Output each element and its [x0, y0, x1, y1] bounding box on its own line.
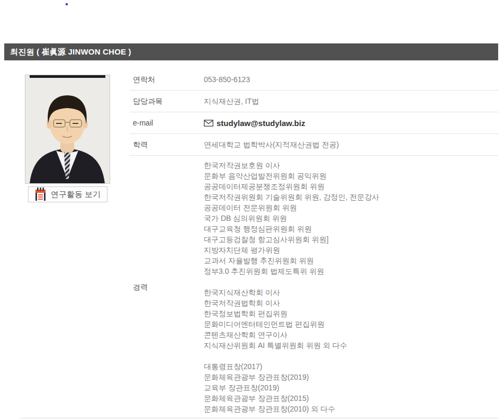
career-line: 문화체육관광부 장관표창(2010) 외 다수: [204, 404, 379, 414]
profile-title-bar: 최진원 ( 崔眞源 JINWON CHOE ): [4, 43, 498, 60]
profile-info-table: 연락처 053-850-6123 담당과목 지식재산권, IT법 e-mail …: [130, 69, 498, 418]
contact-value: 053-850-6123: [204, 75, 250, 84]
career-line: 지식재산위원회 AI 특별위원회 위원 외 다수: [204, 340, 379, 351]
career-block-gap: [204, 351, 379, 361]
portrait-photo-drawing: [25, 75, 110, 183]
email-value: studylaw@studylaw.biz: [217, 119, 305, 128]
career-label: 경력: [130, 283, 204, 292]
row-email: e-mail studylaw@studylaw.biz: [130, 112, 498, 134]
education-value: 연세대학교 법학박사(지적재산권법 전공): [204, 140, 339, 149]
career-line: 국가 DB 심의위원회 위원: [204, 213, 379, 224]
career-line: 한국저작권법학회 이사: [204, 298, 379, 308]
career-line: 교과서 자율발행 추진위원회 위원: [204, 255, 379, 266]
career-list: 한국저작권보호원 이사문화부 음악산업발전위원회 공익위원공공데이터제공분쟁조정…: [204, 160, 379, 414]
education-label: 학력: [130, 140, 204, 149]
envelope-icon: [204, 120, 213, 127]
research-activity-button[interactable]: 연구활동 보기: [28, 186, 107, 202]
career-line: 대구교육청 행정심판위원회 위원: [204, 224, 379, 234]
career-line: 정부3.0 추진위원회 법제도특위 위원: [204, 266, 379, 276]
email-label: e-mail: [130, 119, 204, 128]
row-subjects: 담당과목 지식재산권, IT법: [130, 91, 498, 112]
notepad-icon: [35, 187, 46, 201]
career-line: 문화체육관광부 장관표창(2019): [204, 372, 379, 382]
career-line: 공공데이터제공분쟁조정위원회 위원: [204, 181, 379, 192]
subjects-label: 담당과목: [130, 97, 204, 106]
career-block-gap: [204, 276, 379, 287]
career-line: 대구고등검찰청 항고심사위원회 위원]: [204, 234, 379, 245]
career-line: 한국저작권보호원 이사: [204, 160, 379, 171]
research-activity-button-label: 연구활동 보기: [51, 190, 101, 200]
career-line: 지방자치단체 평가위원: [204, 245, 379, 255]
career-line: 한국지식재산학회 이사: [204, 287, 379, 298]
career-line: 문화체육관광부 장관표창(2015): [204, 393, 379, 404]
subjects-value: 지식재산권, IT법: [204, 97, 259, 106]
row-contact: 연락처 053-850-6123: [130, 69, 498, 91]
career-line: 교육부 장관표창(2019): [204, 382, 379, 393]
broken-image-dot: [66, 3, 68, 5]
email-link[interactable]: studylaw@studylaw.biz: [204, 119, 305, 128]
career-line: 대통령표창(2017): [204, 361, 379, 372]
career-line: 콘텐츠재산학회 연구이사: [204, 329, 379, 340]
row-career: 경력 한국저작권보호원 이사문화부 음악산업발전위원회 공익위원공공데이터제공분…: [130, 156, 498, 418]
career-line: 문화부 음악산업발전위원회 공익위원: [204, 171, 379, 181]
portrait-photo: [25, 75, 110, 184]
career-line: 공공데이터 전문위원회 위원: [204, 202, 379, 213]
page-title: 최진원 ( 崔眞源 JINWON CHOE ): [4, 47, 131, 57]
career-line: 한국정보법학회 편집위원: [204, 308, 379, 319]
row-education: 학력 연세대학교 법학박사(지적재산권법 전공): [130, 134, 498, 156]
career-line: 문화미디어엔터테인먼트법 편집위원: [204, 319, 379, 329]
bottom-divider: [20, 418, 498, 418]
contact-label: 연락처: [130, 75, 204, 84]
profile-page: { "header": { "title": "최진원 ( 崔眞源 JINWON…: [0, 0, 504, 420]
career-line: 한국저작권위원회 기술위원회 위원, 감정인, 전문강사: [204, 192, 379, 202]
